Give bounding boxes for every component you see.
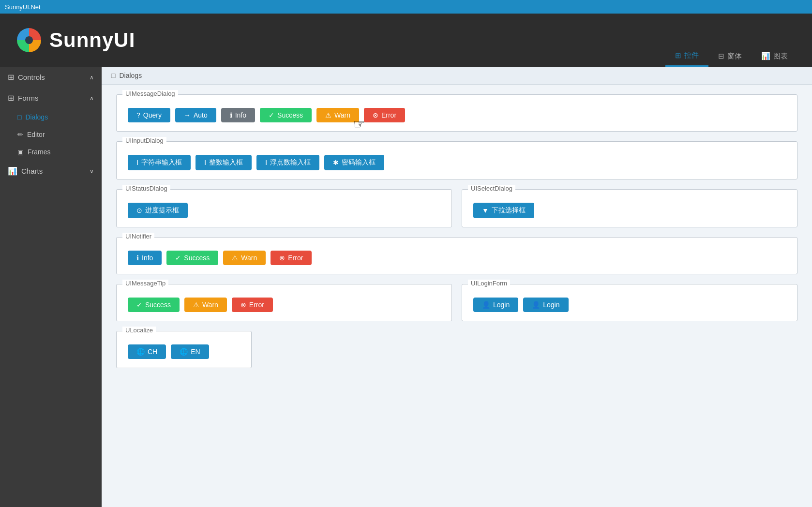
tip-success-button[interactable]: ✓ Success (128, 298, 180, 312)
float-label: 浮点数输入框 (270, 158, 311, 167)
notifier-info-button[interactable]: ℹ Info (128, 251, 162, 265)
auto-icon: → (184, 111, 191, 119)
login2-button[interactable]: 👤 Login (523, 298, 568, 312)
auto-label: Auto (194, 111, 208, 119)
query-button[interactable]: ? Query (128, 108, 170, 122)
group-label-uistatusdialog: UIStatusDialog (122, 185, 170, 192)
sidebar-item-frames[interactable]: ▣ Frames (0, 143, 102, 161)
nav-tab-controls[interactable]: ⊞ 控件 (665, 45, 708, 67)
group-label-uiloginform: UILoginForm (468, 280, 510, 287)
sidebar-item-controls[interactable]: ⊞ Controls ∧ (0, 67, 102, 88)
success-button[interactable]: ✓ Success (260, 108, 312, 122)
tip-error-label: Error (249, 301, 264, 309)
frames-label: Frames (28, 148, 50, 156)
dropdown-button[interactable]: ▼ 下拉选择框 (473, 203, 534, 218)
tip-warn-icon: ⚠ (193, 301, 199, 309)
en-icon: 🌐 (180, 348, 188, 356)
logo-area: SunnyUI (15, 26, 135, 55)
content-area: □ Dialogs UIMessageDialog ? Query → Auto (102, 67, 812, 507)
group-label-uimessagetip: UIMessageTip (122, 280, 168, 287)
editor-label: Editor (27, 131, 45, 138)
password-label: 密码输入框 (342, 158, 376, 167)
uiloginform-buttons: 👤 Login 👤 Login (472, 296, 787, 313)
logo-text: SunnyUI (49, 29, 135, 52)
notifier-info-icon: ℹ (136, 254, 139, 262)
tip-success-icon: ✓ (136, 301, 142, 309)
int-input-button[interactable]: Ⅰ 整数输入框 (195, 155, 252, 170)
sidebar-item-forms[interactable]: ⊞ Forms ∧ (0, 88, 102, 108)
two-col-row1: UIStatusDialog ⊙ 进度提示框 UISelectDialog ▼ … (116, 189, 797, 237)
dropdown-icon: ▼ (482, 207, 489, 214)
dialogs-label: Dialogs (25, 113, 48, 121)
title-bar: SunnyUI.Net (0, 0, 812, 14)
controls-icon: ⊞ (675, 51, 681, 60)
notifier-success-button[interactable]: ✓ Success (166, 251, 218, 265)
string-label: 字符串输入框 (141, 158, 182, 167)
sidebar-item-charts[interactable]: 📊 Charts ∨ (0, 161, 102, 181)
password-input-button[interactable]: ✱ 密码输入框 (324, 155, 384, 170)
ulocalize-buttons: 🌐 CH 🌐 EN (126, 343, 241, 360)
tip-warn-button[interactable]: ⚠ Warn (184, 298, 227, 312)
notifier-warn-icon: ⚠ (232, 254, 238, 262)
ch-icon: 🌐 (136, 348, 145, 356)
error-button[interactable]: ⊗ Error (364, 108, 405, 122)
notifier-warn-label: Warn (241, 254, 257, 262)
sidebar: ⊞ Controls ∧ ⊞ Forms ∧ □ Dialogs ✏ Edito… (0, 67, 102, 507)
notifier-info-label: Info (142, 254, 153, 262)
header: SunnyUI ⊞ 控件 ⊟ 窗体 📊 图表 (0, 14, 812, 67)
breadcrumb: □ Dialogs (102, 67, 812, 85)
uistatusdialog-buttons: ⊙ 进度提示框 (126, 201, 442, 220)
ch-button[interactable]: 🌐 CH (128, 344, 166, 359)
password-icon: ✱ (333, 159, 339, 166)
en-button[interactable]: 🌐 EN (171, 344, 209, 359)
forms-icon: ⊟ (718, 52, 724, 60)
info-icon: ℹ (230, 111, 232, 119)
progress-button[interactable]: ⊙ 进度提示框 (128, 203, 188, 218)
error-label: Error (381, 111, 396, 119)
info-label: Info (235, 111, 246, 119)
tip-error-button[interactable]: ⊗ Error (232, 298, 273, 312)
uimessagedialog-buttons: ? Query → Auto ℹ Info ✓ Success (126, 106, 787, 124)
float-input-button[interactable]: Ⅰ 浮点数输入框 (256, 155, 319, 170)
auto-button[interactable]: → Auto (175, 108, 216, 122)
string-icon: Ⅰ (136, 159, 138, 166)
controls-label: Controls (18, 73, 45, 81)
success-label: Success (277, 111, 303, 119)
nav-tabs: ⊞ 控件 ⊟ 窗体 📊 图表 (665, 14, 797, 67)
login1-button[interactable]: 👤 Login (473, 298, 518, 312)
tip-error-icon: ⊗ (241, 301, 246, 309)
two-col-row2: UIMessageTip ✓ Success ⚠ Warn ⊗ Error (116, 284, 797, 331)
nav-tab-charts[interactable]: 📊 图表 (752, 45, 797, 67)
notifier-warn-button[interactable]: ⚠ Warn (223, 251, 266, 265)
login1-icon: 👤 (482, 301, 490, 309)
login2-icon: 👤 (532, 301, 540, 309)
group-ulocalize: ULocalize 🌐 CH 🌐 EN (116, 331, 252, 368)
forms-label: 窗体 (727, 52, 742, 61)
sidebar-item-editor[interactable]: ✏ Editor (0, 126, 102, 143)
uimessagetip-buttons: ✓ Success ⚠ Warn ⊗ Error (126, 296, 442, 313)
charts-label: 图表 (773, 52, 788, 61)
login2-label: Login (543, 301, 559, 309)
info-button[interactable]: ℹ Info (221, 108, 255, 122)
svg-point-0 (25, 36, 33, 44)
group-uiloginform: UILoginForm 👤 Login 👤 Login (462, 284, 797, 321)
notifier-error-button[interactable]: ⊗ Error (271, 251, 312, 265)
charts-arrow: ∨ (90, 168, 94, 175)
string-input-button[interactable]: Ⅰ 字符串输入框 (128, 155, 191, 170)
dropdown-label: 下拉选择框 (492, 206, 526, 215)
sidebar-item-dialogs[interactable]: □ Dialogs (0, 108, 102, 126)
warn-label: Warn (334, 111, 350, 119)
uiinputdialog-buttons: Ⅰ 字符串输入框 Ⅰ 整数输入框 Ⅰ 浮点数输入框 ✱ 密码输入框 (126, 153, 787, 172)
query-label: Query (143, 111, 162, 119)
progress-label: 进度提示框 (145, 206, 179, 215)
nav-tab-forms[interactable]: ⊟ 窗体 (708, 45, 752, 67)
query-icon: ? (136, 111, 140, 119)
group-uimessagetip: UIMessageTip ✓ Success ⚠ Warn ⊗ Error (116, 284, 452, 321)
forms-label: Forms (18, 94, 39, 102)
warn-button[interactable]: ⚠ Warn (316, 108, 359, 122)
editor-icon: ✏ (17, 131, 23, 138)
breadcrumb-text: Dialogs (119, 72, 142, 79)
group-uiinputdialog: UIInputDialog Ⅰ 字符串输入框 Ⅰ 整数输入框 Ⅰ 浮点数输入框 (116, 141, 797, 179)
int-label: 整数输入框 (209, 158, 243, 167)
notifier-error-icon: ⊗ (279, 254, 285, 262)
